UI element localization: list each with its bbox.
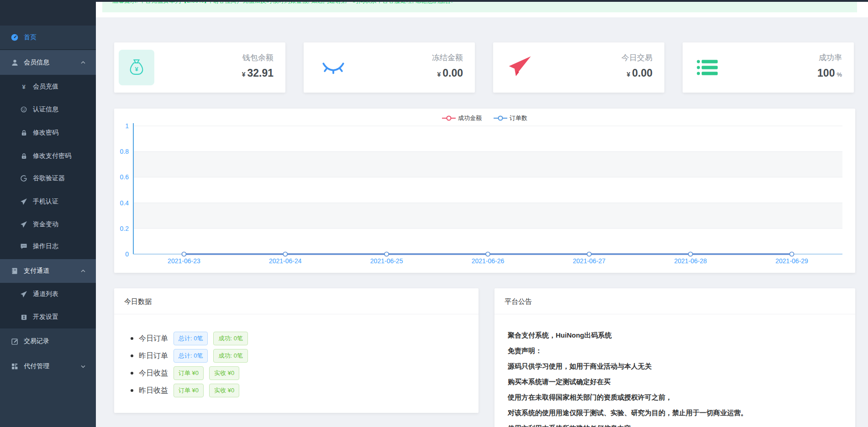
- frozen-amount-card: 冻结金额 ¥0.00: [304, 42, 475, 93]
- card-header: 平台公告: [494, 288, 855, 314]
- row-label: 昨日收益: [139, 386, 168, 396]
- bullet-icon: [131, 337, 133, 340]
- svg-text:0: 0: [125, 250, 129, 258]
- total-badge: 总计: 0笔: [174, 332, 208, 345]
- bullet-icon: [131, 354, 133, 357]
- row-label: 今日订单: [139, 334, 168, 344]
- success-badge: 成功: 0笔: [213, 332, 247, 345]
- sidebar-item-label: 开发设置: [33, 313, 58, 321]
- sidebar-item-label: 交易记录: [24, 337, 49, 345]
- row-label: 今日收益: [139, 369, 168, 378]
- stat-value: 100%: [817, 67, 842, 79]
- closed-eye-icon: [320, 42, 347, 93]
- announcement-line: 聚合支付系统，HuiNong出码系统: [508, 328, 841, 343]
- svg-text:0.8: 0.8: [120, 148, 129, 155]
- yen-icon: ¥: [19, 82, 28, 91]
- paper-plane-icon: [507, 42, 532, 93]
- sidebar-item-label: 修改密码: [33, 129, 58, 137]
- user-icon: [10, 58, 19, 67]
- svg-text:2021-06-24: 2021-06-24: [269, 257, 302, 265]
- svg-text:0.6: 0.6: [120, 173, 129, 181]
- order-badge: 订单 ¥0: [174, 384, 204, 397]
- stat-value: ¥0.00: [437, 67, 463, 79]
- sidebar-item-change-pay-password[interactable]: 修改支付密码: [0, 145, 96, 167]
- announcement-text: 聚合支付系统，HuiNong出码系统 免责声明： 源码只供学习使用，如用于商业活…: [508, 328, 841, 427]
- sidebar: 首页 会员信息 ¥ 会员充值 认证信息 修改密码 修改支付密码: [0, 0, 96, 427]
- paper-plane-icon: [19, 197, 28, 206]
- sidebar-section-label: 会员信息: [24, 58, 49, 67]
- sidebar-item-label: 代付管理: [24, 362, 49, 370]
- sidebar-item-dev-settings[interactable]: 开发设置: [0, 306, 96, 328]
- platform-announcement-card: 平台公告 聚合支付系统，HuiNong出码系统 免责声明： 源码只供学习使用，如…: [494, 288, 855, 427]
- sidebar-item-member-recharge[interactable]: ¥ 会员充值: [0, 75, 96, 98]
- announcement-line: 使用方在未取得国家相关部门的资质或授权许可之前，: [508, 390, 841, 405]
- svg-text:¥: ¥: [22, 83, 26, 90]
- bullet-icon: [131, 389, 133, 392]
- today-data-card: 今日数据 今日订单 总计: 0笔 成功: 0笔 昨日订单 总计: 0笔 成功: …: [114, 288, 479, 413]
- orders-chart-card: 成功金额订单数 00.20.40.60.812021-06-232021-06-…: [114, 109, 855, 273]
- stat-value: ¥32.91: [242, 67, 274, 79]
- announcement-line: 源码只供学习使用，如用于商业活动与本人无关: [508, 359, 841, 374]
- announcement-line: 对该系统的使用用途仅限于测试、实验、研究为目的，禁止用于一切商业运营。: [508, 405, 841, 421]
- card-title: 今日数据: [124, 297, 152, 306]
- svg-text:2021-06-23: 2021-06-23: [168, 257, 200, 265]
- list-item: 今日收益 订单 ¥0 实收 ¥0: [131, 367, 239, 380]
- announcement-line: 使用方利用本系统所构建的任何信息内容: [508, 421, 841, 427]
- sidebar-item-fund-changes[interactable]: 资金变动: [0, 213, 96, 236]
- stat-value: ¥0.00: [626, 67, 652, 79]
- sidebar-item-change-password[interactable]: 修改密码: [0, 121, 96, 144]
- chevron-up-icon: [80, 60, 86, 65]
- grid-icon: [10, 362, 19, 371]
- sidebar-item-channel-list[interactable]: 通道列表: [0, 283, 96, 306]
- sidebar-item-label: 会员充值: [33, 83, 58, 91]
- sidebar-section-payment-channel[interactable]: 支付通道: [0, 259, 96, 283]
- total-badge: 总计: 0笔: [174, 349, 208, 363]
- sidebar-item-google-authenticator[interactable]: 谷歌验证器: [0, 167, 96, 190]
- sidebar-item-label: 手机认证: [33, 198, 58, 206]
- line-chart-canvas: 00.20.40.60.812021-06-232021-06-242021-0…: [114, 109, 855, 273]
- list-item: 昨日收益 订单 ¥0 实收 ¥0: [131, 384, 239, 397]
- lock-icon: [19, 128, 28, 137]
- top-bar: [96, 0, 868, 2]
- sidebar-item-label: 首页: [24, 33, 37, 42]
- sidebar-item-label: 修改支付密码: [33, 152, 71, 160]
- sidebar-item-operation-log[interactable]: 操作日志: [0, 235, 96, 258]
- sidebar-section-payout-management[interactable]: 代付管理: [0, 355, 96, 378]
- sidebar-item-transaction-records[interactable]: 交易记录: [0, 330, 96, 353]
- success-rate-card: 成功率 100%: [683, 42, 854, 93]
- announcement-line: 免责声明：: [508, 343, 841, 359]
- sidebar-item-label: 资金变动: [33, 220, 58, 229]
- svg-text:2021-06-26: 2021-06-26: [472, 257, 505, 265]
- sidebar-section-label: 支付通道: [24, 267, 49, 275]
- google-icon: [19, 174, 28, 183]
- sidebar-item-home[interactable]: 首页: [0, 26, 96, 49]
- svg-text:0.2: 0.2: [120, 225, 129, 232]
- bullet-icon: [131, 372, 133, 375]
- chevron-down-icon: [80, 364, 86, 369]
- sidebar-item-auth-info[interactable]: 认证信息: [0, 98, 96, 121]
- announcement-line: 购买本系统请一定测试确定好在买: [508, 374, 841, 390]
- face-id-icon: [19, 105, 28, 114]
- list-item: 昨日订单 总计: 0笔 成功: 0笔: [131, 349, 248, 362]
- list-item: 今日订单 总计: 0笔 成功: 0笔: [131, 332, 248, 345]
- sidebar-item-label: 认证信息: [33, 105, 58, 114]
- chevron-up-icon: [80, 268, 86, 274]
- received-badge: 实收 ¥0: [209, 366, 239, 380]
- svg-text:1: 1: [125, 122, 129, 130]
- sidebar-item-phone-auth[interactable]: 手机认证: [0, 190, 96, 213]
- svg-text:2021-06-29: 2021-06-29: [775, 257, 808, 265]
- svg-text:2021-06-25: 2021-06-25: [370, 257, 403, 265]
- today-transactions-card: 今日交易 ¥0.00: [493, 42, 664, 93]
- sidebar-item-label: 操作日志: [33, 242, 58, 250]
- wallet-balance-card: ¥ 钱包余额 ¥32.91: [114, 42, 285, 93]
- edit-icon: [10, 337, 19, 346]
- sidebar-item-label: 通道列表: [33, 290, 58, 298]
- received-badge: 实收 ¥0: [209, 384, 239, 397]
- stat-title: 成功率: [819, 52, 842, 63]
- notice-banner-text: 温馨提示: 平台充值费率为【2.00%】, 请各位商户充值后及时核对到账金额, …: [112, 2, 452, 5]
- success-badge: 成功: 0笔: [213, 349, 247, 363]
- stat-title: 钱包余额: [242, 52, 274, 63]
- order-badge: 订单 ¥0: [174, 366, 204, 380]
- sidebar-section-member-info[interactable]: 会员信息: [0, 50, 96, 75]
- stat-title: 冻结金额: [432, 52, 463, 63]
